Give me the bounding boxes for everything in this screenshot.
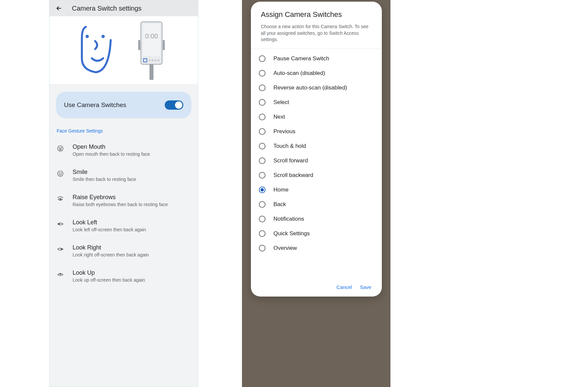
save-button[interactable]: Save: [360, 284, 371, 290]
back-arrow-icon[interactable]: [55, 5, 63, 12]
radio-label: Pause Camera Switch: [273, 55, 329, 62]
radio-item[interactable]: Previous: [251, 124, 382, 139]
dialog-actions: Cancel Save: [251, 279, 382, 297]
gesture-title: Open Mouth: [73, 143, 191, 150]
radio-icon[interactable]: [259, 55, 265, 62]
gesture-text: Look Left Look left off-screen then back…: [73, 219, 191, 232]
svg-rect-9: [138, 40, 140, 50]
radio-icon[interactable]: [259, 143, 265, 149]
radio-item[interactable]: Auto-scan (disabled): [251, 66, 382, 81]
radio-icon[interactable]: [259, 245, 265, 251]
open-mouth-icon: [57, 145, 64, 152]
radio-label: Next: [273, 114, 285, 120]
cancel-button[interactable]: Cancel: [336, 284, 352, 290]
radio-icon[interactable]: [259, 187, 265, 193]
gesture-text: Raise Eyebrows Raise both eyebrows then …: [73, 194, 191, 207]
gesture-item-look-left[interactable]: Look Left Look left off-screen then back…: [49, 213, 198, 238]
radio-icon[interactable]: [259, 70, 265, 77]
radio-icon[interactable]: [259, 84, 265, 91]
radio-icon[interactable]: [259, 201, 265, 208]
svg-rect-11: [149, 64, 153, 80]
radio-label: Touch & hold: [273, 143, 306, 149]
section-label: Face Gesture Settings: [49, 126, 198, 138]
radio-label: Scroll forward: [273, 157, 308, 164]
radio-item[interactable]: Quick Settings: [251, 226, 382, 241]
svg-point-16: [58, 171, 63, 177]
radio-label: Quick Settings: [273, 230, 310, 237]
svg-point-6: [152, 60, 153, 61]
gesture-title: Look Up: [73, 269, 191, 276]
radio-item[interactable]: Pause Camera Switch: [251, 51, 382, 66]
svg-point-1: [101, 35, 105, 38]
gesture-title: Look Left: [73, 219, 191, 226]
radio-item[interactable]: Scroll backward: [251, 168, 382, 183]
radio-item[interactable]: Home: [251, 183, 382, 197]
radio-item[interactable]: Next: [251, 110, 382, 124]
dialog-description: Choose a new action for this Camera Swit…: [261, 24, 372, 43]
radio-icon[interactable]: [259, 128, 265, 135]
radio-item[interactable]: Back: [251, 197, 382, 212]
svg-point-0: [86, 35, 89, 38]
radio-item[interactable]: Scroll forward: [251, 153, 382, 168]
toggle-label: Use Camera Switches: [64, 101, 126, 109]
gesture-item-smile[interactable]: Smile Smile then back to resting face: [49, 163, 198, 188]
radio-label: Auto-scan (disabled): [273, 70, 325, 77]
svg-point-22: [59, 273, 61, 275]
toggle-switch-icon[interactable]: [165, 100, 183, 110]
gesture-description: Raise both eyebrows then back to resting…: [73, 202, 191, 207]
use-camera-switches-toggle-row[interactable]: Use Camera Switches: [56, 92, 191, 118]
svg-point-15: [60, 149, 61, 150]
dialog-title: Assign Camera Switches: [261, 10, 372, 19]
assign-camera-switches-dialog: Assign Camera Switches Choose a new acti…: [251, 2, 382, 297]
radio-icon[interactable]: [259, 99, 265, 106]
radio-list[interactable]: Pause Camera Switch Auto-scan (disabled)…: [251, 48, 382, 279]
radio-label: Reverse auto-scan (disabled): [273, 84, 347, 91]
radio-icon[interactable]: [259, 216, 265, 222]
radio-icon[interactable]: [259, 172, 265, 179]
gesture-description: Look right off-screen then back again: [73, 252, 191, 257]
gesture-text: Look Right Look right off-screen then ba…: [73, 244, 191, 257]
radio-label: Home: [273, 187, 288, 193]
radio-label: Back: [273, 201, 286, 208]
gesture-item-look-up[interactable]: Look Up Look up off-screen then back aga…: [49, 263, 198, 289]
svg-point-21: [61, 248, 63, 250]
gesture-text: Smile Smile then back to resting face: [73, 169, 191, 182]
radio-label: Previous: [273, 128, 295, 135]
gesture-item-open-mouth[interactable]: Open Mouth Open mouth then back to resti…: [49, 138, 198, 163]
gesture-item-raise-eyebrows[interactable]: Raise Eyebrows Raise both eyebrows then …: [49, 188, 198, 213]
gesture-title: Smile: [73, 169, 191, 176]
face-icon: [79, 25, 116, 75]
hero-clock-text: 0:00: [145, 32, 158, 40]
settings-screen: Camera Switch settings 0:00 Use Camera S…: [49, 0, 198, 387]
svg-point-18: [61, 173, 62, 173]
svg-point-13: [59, 147, 60, 148]
radio-item[interactable]: Notifications: [251, 212, 382, 226]
radio-label: Scroll backward: [273, 172, 313, 179]
radio-icon[interactable]: [259, 230, 265, 237]
svg-point-20: [58, 223, 60, 225]
gesture-description: Open mouth then back to resting face: [73, 151, 191, 157]
radio-label: Notifications: [273, 216, 304, 222]
phone-mount-icon: 0:00: [135, 20, 168, 80]
svg-point-5: [149, 60, 150, 61]
hero-illustration: 0:00: [49, 16, 198, 84]
svg-rect-3: [143, 24, 160, 56]
gesture-text: Open Mouth Open mouth then back to resti…: [73, 143, 191, 157]
gesture-list: Open Mouth Open mouth then back to resti…: [49, 138, 198, 289]
gesture-description: Look left off-screen then back again: [73, 227, 191, 232]
radio-item[interactable]: Select: [251, 95, 382, 110]
raise-eyebrows-icon: [57, 195, 64, 202]
gesture-description: Look up off-screen then back again: [73, 277, 191, 283]
radio-item[interactable]: Reverse auto-scan (disabled): [251, 81, 382, 95]
gesture-title: Raise Eyebrows: [73, 194, 191, 201]
dialog-header: Assign Camera Switches Choose a new acti…: [251, 2, 382, 48]
gesture-item-look-right[interactable]: Look Right Look right off-screen then ba…: [49, 238, 198, 263]
smile-icon: [57, 170, 64, 177]
svg-point-17: [59, 173, 60, 173]
radio-item[interactable]: Overview: [251, 241, 382, 255]
radio-icon[interactable]: [259, 114, 265, 120]
radio-label: Overview: [273, 245, 297, 251]
radio-item[interactable]: Touch & hold: [251, 139, 382, 153]
svg-point-7: [155, 60, 156, 61]
radio-icon[interactable]: [259, 157, 265, 164]
